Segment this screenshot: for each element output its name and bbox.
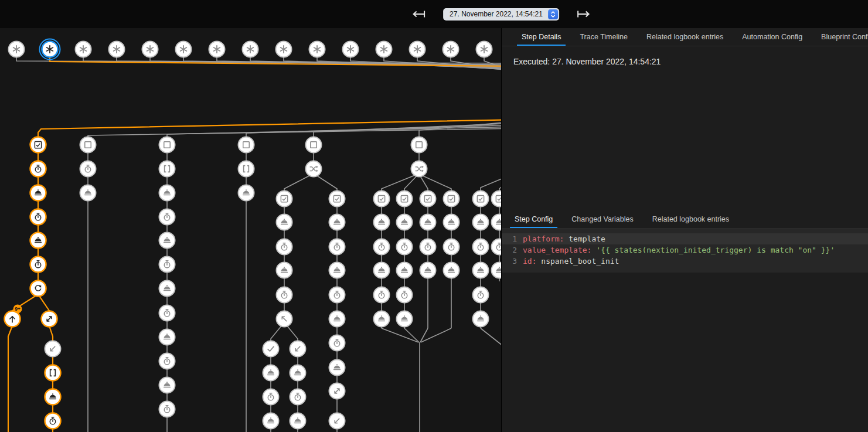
tab-related-logbook-entries[interactable]: Related logbook entries: [637, 28, 733, 46]
graph-node-checkbox-marked[interactable]: [374, 191, 390, 207]
previous-trace-button[interactable]: [410, 8, 428, 20]
tab-changed-variables[interactable]: Changed Variables: [562, 210, 642, 228]
graph-node-square[interactable]: [80, 137, 96, 153]
graph-node-bell[interactable]: [492, 215, 502, 230]
graph-node-trigger[interactable]: [276, 42, 292, 57]
graph-node-brackets[interactable]: [45, 365, 61, 381]
graph-node-checkbox-marked[interactable]: [492, 191, 502, 207]
tab-trace-timeline[interactable]: Trace Timeline: [570, 28, 637, 46]
graph-node-brackets[interactable]: [239, 161, 254, 177]
graph-node-bell[interactable]: [329, 215, 345, 230]
graph-node-square[interactable]: [306, 137, 322, 153]
graph-node-timer[interactable]: [80, 161, 96, 177]
graph-node-checkbox-marked[interactable]: [420, 191, 436, 207]
tab-blueprint-config[interactable]: Blueprint Config: [812, 28, 868, 46]
graph-node-bell[interactable]: [159, 329, 175, 345]
graph-node-trigger[interactable]: [40, 39, 60, 60]
graph-node-timer[interactable]: [45, 413, 61, 429]
graph-node-bell[interactable]: [80, 185, 96, 201]
graph-node-bell[interactable]: [159, 377, 175, 393]
graph-node-bell[interactable]: [473, 215, 489, 230]
graph-node-timer[interactable]: [492, 239, 502, 255]
graph-node-checkbox-marked[interactable]: [444, 191, 459, 207]
graph-node-checkbox-marked[interactable]: [277, 191, 292, 207]
tab-step-details[interactable]: Step Details: [512, 28, 570, 46]
graph-node-timer[interactable]: [374, 239, 390, 255]
graph-node-bell[interactable]: [277, 263, 292, 278]
next-trace-button[interactable]: [574, 8, 592, 20]
graph-node-bell[interactable]: [397, 311, 413, 327]
graph-node-bell[interactable]: [30, 233, 46, 249]
graph-node-repeat[interactable]: [30, 281, 46, 297]
graph-node-square[interactable]: [159, 137, 175, 153]
graph-node-bell[interactable]: [277, 215, 292, 230]
graph-node-bell[interactable]: [263, 365, 279, 381]
graph-node-arrow-top-left[interactable]: [277, 311, 292, 327]
graph-node-timer[interactable]: [159, 305, 175, 321]
graph-node-trigger[interactable]: [309, 42, 325, 57]
graph-node-bell[interactable]: [374, 215, 390, 230]
graph-node-arrow-branch[interactable]: [42, 311, 57, 327]
tab-related-logbook-entries-bottom[interactable]: Related logbook entries: [643, 210, 738, 228]
graph-node-timer[interactable]: [277, 287, 292, 303]
graph-node-bell[interactable]: [420, 263, 436, 278]
step-config-code[interactable]: 1 platform: template 2 value_template: '…: [502, 229, 868, 273]
graph-node-bell[interactable]: [263, 413, 279, 429]
graph-node-bell[interactable]: [420, 215, 436, 230]
graph-node-bell[interactable]: [30, 185, 46, 201]
graph-node-timer[interactable]: [444, 239, 459, 255]
graph-node-trigger[interactable]: [476, 42, 492, 57]
tab-automation-config[interactable]: Automation Config: [733, 28, 812, 46]
graph-node-timer[interactable]: [329, 335, 345, 351]
graph-node-timer[interactable]: [30, 209, 46, 225]
graph-node-choose[interactable]: [306, 161, 322, 177]
graph-node-bell[interactable]: [159, 185, 175, 201]
graph-node-trigger[interactable]: [410, 42, 426, 57]
graph-node-brackets[interactable]: [159, 161, 175, 177]
graph-node-timer[interactable]: [30, 161, 46, 177]
graph-node-square[interactable]: [411, 137, 427, 153]
graph-node-bell[interactable]: [397, 215, 413, 230]
graph-node-trigger[interactable]: [209, 42, 225, 57]
graph-node-timer[interactable]: [329, 287, 345, 303]
graph-node-trigger[interactable]: [243, 42, 258, 57]
graph-node-choose[interactable]: [411, 161, 427, 177]
graph-node-timer[interactable]: [397, 287, 413, 303]
graph-node-trigger[interactable]: [176, 42, 192, 57]
graph-node-checkbox-marked[interactable]: [30, 137, 46, 153]
graph-node-timer[interactable]: [30, 257, 46, 273]
graph-node-trigger[interactable]: [376, 42, 392, 57]
graph-node-trigger[interactable]: [76, 42, 91, 57]
graph-node-bell[interactable]: [45, 389, 61, 405]
graph-node-timer[interactable]: [374, 287, 390, 303]
graph-node-trigger[interactable]: [9, 42, 25, 57]
graph-node-timer[interactable]: [263, 389, 279, 405]
graph-node-timer[interactable]: [473, 287, 489, 303]
graph-node-bell[interactable]: [374, 263, 390, 278]
graph-node-bell[interactable]: [159, 281, 175, 297]
graph-node-trigger[interactable]: [142, 42, 158, 57]
graph-node-timer[interactable]: [290, 389, 306, 405]
graph-node-bell[interactable]: [290, 365, 306, 381]
graph-node-timer[interactable]: [159, 209, 175, 225]
graph-node-timer[interactable]: [277, 239, 292, 255]
graph-node-bell[interactable]: [329, 360, 345, 376]
graph-node-bell[interactable]: [290, 413, 306, 429]
graph-node-arrow-bottom-left[interactable]: [45, 341, 61, 357]
graph-node-bell[interactable]: [473, 263, 489, 278]
graph-node-bell[interactable]: [239, 185, 254, 201]
graph-node-bell[interactable]: [374, 311, 390, 327]
graph-node-timer[interactable]: [159, 257, 175, 273]
graph-node-bell[interactable]: [329, 311, 345, 327]
graph-node-checkbox-marked[interactable]: [397, 191, 413, 207]
graph-node-check[interactable]: [263, 341, 279, 357]
graph-node-bell[interactable]: [492, 263, 502, 278]
graph-node-square[interactable]: [239, 137, 254, 153]
graph-node-bell[interactable]: [159, 233, 175, 249]
graph-node-arrow-branch[interactable]: [329, 383, 345, 399]
graph-node-arrow-bottom-left[interactable]: [290, 341, 306, 357]
graph-node-timer[interactable]: [397, 239, 413, 255]
graph-node-arrow-bottom-left[interactable]: [329, 413, 345, 429]
graph-node-timer[interactable]: [420, 239, 436, 255]
graph-node-timer[interactable]: [329, 239, 345, 255]
